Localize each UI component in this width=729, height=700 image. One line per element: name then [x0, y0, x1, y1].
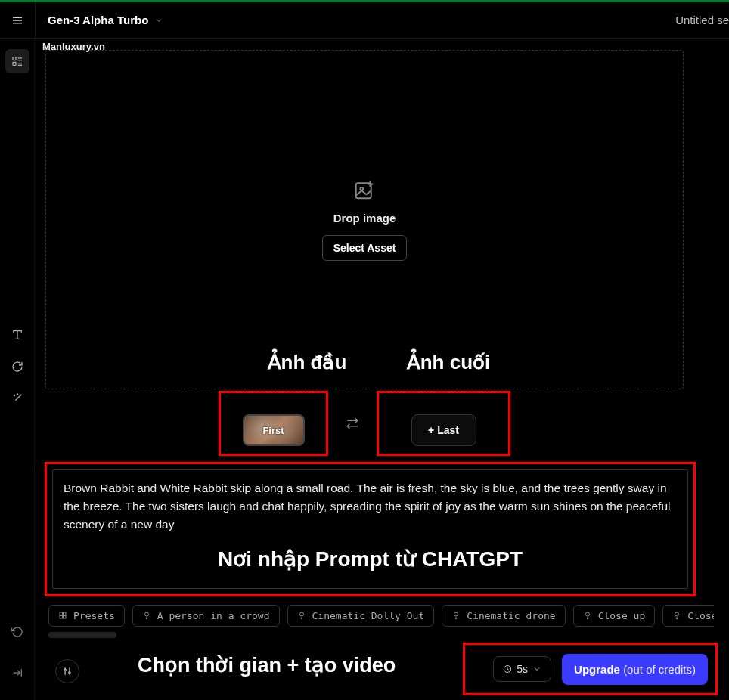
canvas-dropzone[interactable]: Drop image Select Asset	[45, 50, 684, 389]
presets-button[interactable]: Presets	[48, 605, 125, 627]
menu-button[interactable]	[0, 2, 35, 39]
left-rail-bottom	[0, 620, 35, 700]
rail-sessions-button[interactable]	[5, 49, 29, 73]
preset-chip[interactable]: A person in a crowd	[132, 605, 280, 627]
text-icon	[11, 329, 23, 341]
last-frame-chip[interactable]: + Last	[411, 414, 476, 446]
annotation-box-prompt: Brown Rabbit and White Rabbit skip along…	[45, 462, 696, 596]
svg-point-44	[69, 672, 70, 674]
svg-point-11	[14, 395, 14, 395]
hamburger-icon	[11, 14, 24, 27]
annotation-box-first: First	[219, 391, 328, 456]
rail-magic-button[interactable]	[5, 386, 29, 410]
upgrade-button[interactable]: Upgrade (out of credits)	[562, 654, 708, 685]
watermark-text: Manluxury.vn	[42, 41, 105, 52]
svg-point-42	[64, 669, 66, 671]
clock-icon	[503, 664, 512, 674]
select-asset-button[interactable]: Select Asset	[322, 235, 408, 261]
magic-wand-icon	[11, 392, 23, 404]
bulb-icon	[672, 611, 681, 620]
bulb-icon	[297, 611, 306, 620]
swap-frames-button[interactable]	[342, 413, 363, 434]
settings-button[interactable]	[55, 659, 79, 683]
preset-chip[interactable]: Cinematic Dolly Out	[287, 605, 435, 627]
arrow-right-icon	[11, 667, 23, 679]
first-last-row: First + Last	[219, 391, 510, 456]
preset-chip[interactable]: Cinematic drone	[442, 605, 565, 627]
annotation-box-bottom: 5s Upgrade (out of credits)	[463, 643, 718, 695]
preset-label: Cinematic drone	[467, 610, 555, 621]
svg-rect-22	[60, 612, 63, 615]
annotation-prompt-label: Nơi nhập Prompt từ CHATGPT	[47, 547, 693, 571]
svg-point-12	[17, 394, 17, 395]
preset-label: Cinematic Dolly Out	[312, 610, 425, 621]
bulb-icon	[142, 611, 151, 620]
rail-text-button[interactable]	[5, 323, 29, 347]
last-chip-label: + Last	[428, 424, 459, 436]
annotation-first-label: Ảnh đầu	[239, 351, 375, 374]
left-rail	[0, 39, 35, 700]
svg-point-26	[144, 612, 148, 616]
chevron-down-icon	[154, 16, 163, 25]
svg-point-32	[454, 612, 458, 616]
svg-rect-4	[13, 62, 16, 65]
first-chip-label: First	[262, 425, 284, 436]
presets-icon	[58, 611, 67, 620]
preset-chip[interactable]: Close	[662, 605, 714, 627]
preset-chip[interactable]: Close up	[573, 605, 656, 627]
svg-point-35	[585, 612, 589, 616]
upgrade-label: Upgrade	[574, 663, 620, 676]
project-name[interactable]: Untitled se	[675, 14, 729, 26]
sliders-icon	[62, 666, 73, 677]
drop-label: Drop image	[333, 212, 396, 225]
rail-undo-button[interactable]	[5, 620, 29, 644]
presets-row: Presets A person in a crowd Cinematic Do…	[48, 602, 714, 628]
upgrade-suffix: (out of credits)	[623, 663, 696, 676]
model-selector[interactable]: Gen-3 Alpha Turbo	[36, 14, 175, 26]
preset-label: Close	[687, 610, 714, 621]
first-frame-chip[interactable]: First	[243, 414, 305, 446]
bulb-icon	[451, 611, 461, 620]
horizontal-scrollbar[interactable]	[48, 632, 116, 638]
svg-line-13	[15, 395, 21, 401]
duration-selector[interactable]: 5s	[493, 656, 551, 682]
duration-value: 5s	[517, 663, 528, 675]
svg-rect-23	[64, 612, 67, 615]
svg-rect-16	[356, 183, 371, 198]
undo-icon	[11, 626, 23, 638]
svg-rect-3	[13, 57, 16, 60]
preset-label: A person in a crowd	[157, 610, 270, 621]
svg-point-29	[299, 612, 303, 616]
presets-label: Presets	[73, 610, 115, 621]
svg-rect-25	[64, 616, 67, 619]
camera-motion-icon	[11, 361, 23, 373]
prompt-text: Brown Rabbit and White Rabbit skip along…	[64, 479, 677, 534]
bulb-icon	[583, 611, 592, 620]
annotation-last-label: Ảnh cuối	[380, 351, 517, 374]
preset-label: Close up	[598, 610, 646, 621]
annotation-box-last: + Last	[377, 391, 510, 456]
sessions-icon	[11, 55, 23, 67]
rail-collapse-button[interactable]	[5, 661, 29, 685]
swap-icon	[346, 417, 359, 430]
svg-point-38	[675, 612, 679, 616]
chevron-down-icon	[532, 664, 541, 674]
svg-rect-24	[60, 616, 63, 619]
image-plus-icon	[353, 178, 376, 204]
top-bar: Gen-3 Alpha Turbo Untitled se	[0, 2, 729, 39]
annotation-bottom-label: Chọn thời gian + tạo video	[138, 653, 396, 677]
rail-camera-button[interactable]	[5, 355, 29, 379]
model-name: Gen-3 Alpha Turbo	[48, 14, 148, 26]
